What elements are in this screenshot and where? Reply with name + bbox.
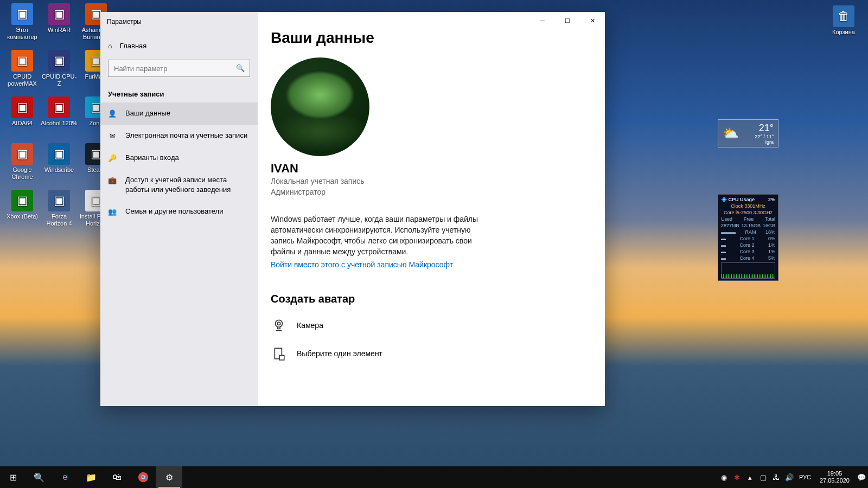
avatar-heading: Создать аватар — [271, 293, 592, 305]
system-tray: ◉ ✱ ▴ ▢ 🖧 🔊 РУС 19:05 27.05.2020 💬 — [718, 466, 868, 488]
desktop-icon[interactable]: ▣Alcohol 120% — [40, 97, 78, 127]
start-button[interactable]: ⊞ — [0, 466, 26, 488]
taskbar-chrome[interactable] — [130, 466, 156, 488]
tray-notifications-icon[interactable]: 💬 — [855, 473, 868, 481]
sidebar-item[interactable]: 💼Доступ к учетной записи места работы ил… — [100, 169, 258, 201]
home-label: Главная — [120, 42, 146, 50]
tray-network-icon[interactable]: 🖧 — [770, 473, 783, 481]
username: IVAN — [271, 162, 592, 176]
svg-point-0 — [276, 320, 283, 327]
account-type: Локальная учетная запись — [271, 176, 592, 187]
svg-point-7 — [142, 476, 145, 479]
close-button[interactable]: ✕ — [580, 12, 605, 29]
sidebar-item[interactable]: ✉Электронная почта и учетные записи — [100, 125, 258, 147]
taskbar-explorer[interactable]: 📁 — [78, 466, 104, 488]
tray-language[interactable]: РУС — [796, 474, 814, 480]
desktop-icon[interactable]: ▣Xbox (Beta) — [3, 190, 41, 220]
window-title: Параметры — [100, 12, 258, 31]
desktop-icon[interactable]: ▣CPUIDpowerMAX — [3, 50, 41, 87]
camera-icon — [271, 317, 287, 333]
person-icon: 👤 — [108, 109, 117, 119]
weather-range: 22° / 11° — [743, 134, 774, 139]
sidebar-item[interactable]: 👤Ваши данные — [100, 102, 258, 125]
search-input[interactable] — [108, 60, 250, 77]
option-camera-label: Камера — [297, 321, 323, 330]
search-button[interactable]: 🔍 — [26, 466, 52, 488]
taskbar: ⊞ 🔍 e 📁 🛍 ⚙ ◉ ✱ ▴ ▢ 🖧 🔊 РУС 19:05 27.05.… — [0, 466, 868, 488]
taskbar-settings[interactable]: ⚙ — [156, 466, 182, 488]
sidebar-item-label: Семья и другие пользователи — [125, 207, 223, 216]
sidebar-item-label: Варианты входа — [125, 153, 179, 163]
section-label: Учетные записи — [100, 80, 258, 102]
window-controls: ─ ☐ ✕ — [530, 12, 605, 29]
minimize-button[interactable]: ─ — [530, 12, 555, 29]
settings-sidebar: Параметры ⌂ Главная 🔍 Учетные записи 👤Ва… — [100, 12, 258, 406]
taskbar-edge[interactable]: e — [52, 466, 78, 488]
recycle-bin-label: Корзина — [825, 29, 863, 36]
desktop-icon[interactable]: ▣ForzaHorizon 4 — [40, 190, 78, 227]
desktop-icon[interactable]: ▣Этоткомпьютер — [3, 3, 41, 41]
option-browse[interactable]: Выберите один элемент — [271, 345, 592, 362]
settings-window: Параметры ⌂ Главная 🔍 Учетные записи 👤Ва… — [100, 12, 605, 406]
svg-rect-3 — [279, 355, 284, 360]
home-button[interactable]: ⌂ Главная — [100, 35, 258, 56]
tray-xbox-icon[interactable]: ◉ — [718, 473, 731, 481]
signin-link[interactable]: Войти вместо этого с учетной записью Май… — [271, 260, 592, 269]
desktop-icon[interactable]: ▣AIDA64 — [3, 97, 41, 127]
desktop-icon[interactable]: ▣WinRAR — [40, 3, 78, 34]
page-title: Ваши данные — [271, 29, 592, 47]
sidebar-item-label: Доступ к учетной записи места работы или… — [125, 175, 250, 195]
briefcase-icon: 💼 — [108, 176, 117, 185]
svg-point-1 — [277, 322, 280, 325]
weather-icon: ⛅ — [723, 126, 739, 141]
recycle-bin-icon[interactable]: 🗑 Корзина — [825, 5, 863, 36]
cpu-widget[interactable]: 💠 CPU Usage2% Clock 3301MHz Core i5-2500… — [718, 194, 778, 281]
maximize-button[interactable]: ☐ — [555, 12, 580, 29]
people-icon: 👥 — [108, 207, 117, 217]
desktop-icon[interactable]: ▣GoogleChrome — [3, 143, 41, 181]
weather-widget[interactable]: ⛅ 21° 22° / 11° Igra — [718, 119, 778, 147]
tray-app-icon[interactable]: ✱ — [731, 473, 744, 481]
settings-content: ─ ☐ ✕ Ваши данные IVAN Локальная учетная… — [258, 12, 605, 406]
mail-icon: ✉ — [108, 131, 117, 141]
desktop-icon[interactable]: ▣CPUID CPU-Z — [40, 50, 78, 87]
sidebar-item-label: Ваши данные — [125, 108, 170, 118]
option-browse-label: Выберите один элемент — [297, 349, 382, 358]
tray-clock[interactable]: 19:05 27.05.2020 — [814, 470, 855, 484]
account-role: Администратор — [271, 187, 592, 197]
info-text: Windows работает лучше, когда ваши парам… — [271, 214, 488, 257]
sidebar-item[interactable]: 👥Семья и другие пользователи — [100, 201, 258, 223]
option-camera[interactable]: Камера — [271, 317, 592, 333]
key-icon: 🔑 — [108, 153, 117, 163]
cpu-graph — [721, 262, 775, 279]
home-icon: ⌂ — [108, 42, 112, 50]
avatar — [271, 57, 369, 156]
weather-temp: 21° — [743, 123, 774, 134]
weather-city: Igra — [743, 139, 774, 145]
tray-volume-icon[interactable]: 🔊 — [783, 473, 796, 481]
tray-chevron-up-icon[interactable]: ▴ — [744, 473, 757, 481]
taskbar-store[interactable]: 🛍 — [104, 466, 130, 488]
sidebar-item-label: Электронная почта и учетные записи — [125, 131, 247, 140]
desktop-icon[interactable]: ▣Windscribe — [40, 143, 78, 174]
browse-icon — [271, 345, 287, 362]
tray-battery-icon[interactable]: ▢ — [757, 473, 770, 481]
sidebar-item[interactable]: 🔑Варианты входа — [100, 147, 258, 169]
